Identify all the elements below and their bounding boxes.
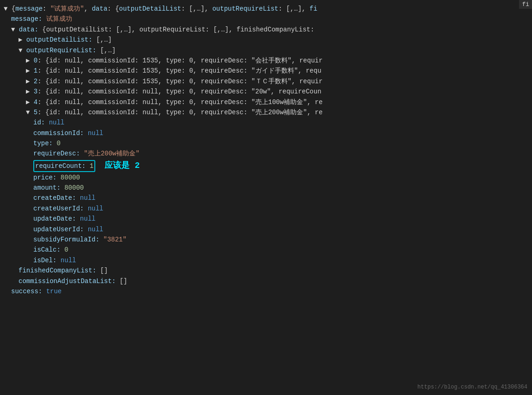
message-value: 试算成功 bbox=[46, 15, 72, 23]
field-amount: amount: 80000 bbox=[0, 183, 532, 193]
field-createDate: createDate: null bbox=[0, 193, 532, 203]
top-summary-line: {message: "试算成功", data: {outputDetailLis… bbox=[0, 4, 532, 14]
item-5-index: 5 bbox=[34, 109, 37, 116]
item-2-line: 2: {id: null, commissionId: 1535, type: … bbox=[0, 76, 532, 86]
item-3-line: 3: {id: null, commissionId: null, type: … bbox=[0, 86, 532, 97]
item-5-toggle[interactable] bbox=[26, 109, 30, 116]
message-key: message: bbox=[11, 15, 42, 23]
data-key: data: bbox=[19, 26, 38, 33]
item-2-toggle[interactable] bbox=[26, 78, 30, 85]
output-detail-toggle[interactable] bbox=[19, 36, 22, 43]
field-commissionId: commissionId: null bbox=[0, 128, 532, 138]
field-price: price: 80000 bbox=[0, 173, 532, 183]
data-toggle[interactable] bbox=[11, 26, 15, 33]
field-updateUserId: updateUserId: null bbox=[0, 224, 532, 235]
item-3-toggle[interactable] bbox=[26, 88, 30, 95]
item-4-line: 4: {id: null, commissionId: null, type: … bbox=[0, 97, 532, 107]
field-id: id: null bbox=[0, 117, 532, 128]
item-3-index: 3 bbox=[34, 88, 37, 95]
field-type: type: 0 bbox=[0, 138, 532, 148]
field-requireDesc: requireDesc: "売上200w補助金" bbox=[0, 148, 532, 159]
field-createUserId: createUserId: null bbox=[0, 204, 532, 214]
field-isCalc: isCalc: 0 bbox=[0, 245, 532, 255]
item-4-index: 4 bbox=[34, 99, 37, 106]
output-require-toggle[interactable] bbox=[19, 47, 22, 54]
field-subsidyFormulaId: subsidyFormulaId: "3821" bbox=[0, 235, 532, 245]
item-0-line: 0: {id: null, commissionId: 1535, type: … bbox=[0, 56, 532, 66]
message-line: message: 试算成功 bbox=[0, 14, 532, 24]
output-require-line: outputRequireList: [,…] bbox=[0, 45, 532, 56]
success-line: success: true bbox=[0, 286, 532, 296]
url-bar: https://blog.csdn.net/qq_41306364 bbox=[417, 384, 527, 390]
require-count-highlight: requireCount: 1 bbox=[33, 160, 95, 172]
field-isDel: isDel: null bbox=[0, 255, 532, 265]
field-requireCount: requireCount: 1 应该是 2 bbox=[0, 159, 532, 173]
finished-company-line: finishedCompanyList: [] bbox=[0, 265, 532, 276]
item-1-line: 1: {id: null, commissionId: 1535, type: … bbox=[0, 66, 532, 76]
output-require-key: outputRequireList: bbox=[26, 47, 96, 54]
item-5-line: 5: {id: null, commissionId: null, type: … bbox=[0, 107, 532, 117]
item-2-index: 2 bbox=[34, 78, 37, 85]
annotation-text: 应该是 2 bbox=[105, 161, 140, 170]
item-0-toggle[interactable] bbox=[26, 57, 30, 64]
root-toggle[interactable] bbox=[4, 5, 7, 12]
item-1-toggle[interactable] bbox=[26, 67, 30, 74]
corner-fi-label: fi bbox=[519, 0, 532, 9]
output-detail-line: outputDetailList: [,…] bbox=[0, 35, 532, 45]
item-0-index: 0 bbox=[34, 57, 37, 64]
output-detail-key: outputDetailList: bbox=[26, 36, 93, 43]
field-updateDate: updateDate: null bbox=[0, 214, 532, 224]
data-line: data: {outputDetailList: [,…], outputReq… bbox=[0, 25, 532, 35]
item-4-toggle[interactable] bbox=[26, 99, 30, 106]
item-1-index: 1 bbox=[34, 67, 37, 74]
commission-adjust-line: commissionAdjustDataList: [] bbox=[0, 276, 532, 286]
